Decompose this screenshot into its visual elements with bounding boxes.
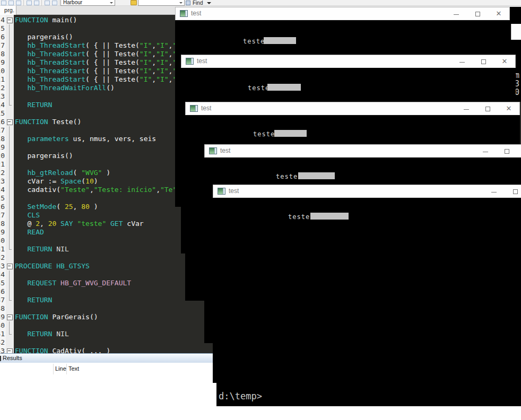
fold-marker [6, 245, 14, 253]
code-token: ) [90, 203, 98, 211]
language-combobox[interactable]: Harbour [60, 0, 115, 6]
search-combobox[interactable] [138, 0, 185, 6]
close-button[interactable]: ✕ [501, 102, 517, 115]
fold-marker [6, 41, 14, 50]
line-number: 34 [0, 270, 6, 279]
maximize-button[interactable] [480, 102, 496, 115]
toolbar-icon[interactable] [45, 1, 50, 5]
code-token: ( { || Teste( [85, 58, 140, 66]
code-token: READ [15, 228, 44, 236]
line-number: 4 [0, 16, 6, 24]
fold-marker[interactable] [6, 16, 14, 24]
code-token: HB_GT_WVG_DEFAULT [60, 279, 131, 287]
find-icon [186, 1, 190, 5]
code-token: FUNCTION [15, 347, 48, 353]
fold-marker [6, 67, 14, 75]
minimize-button[interactable] [477, 145, 493, 158]
code-token: @ [15, 220, 36, 228]
tab-active-prg[interactable]: .prg [0, 6, 16, 15]
code-token: "I" [156, 67, 168, 75]
code-token: "WVG" [81, 169, 102, 177]
fold-marker[interactable] [6, 347, 14, 353]
fold-marker [6, 24, 14, 33]
app-icon [218, 188, 225, 195]
fold-marker [6, 270, 14, 279]
close-button[interactable]: ✕ [497, 55, 513, 68]
code-token: REQUEST [15, 279, 60, 287]
fold-marker [6, 287, 14, 296]
console-get-field[interactable] [274, 130, 307, 137]
line-number: 17 [0, 126, 6, 135]
console-window[interactable]: test✕teste [213, 185, 521, 383]
fold-marker [6, 228, 14, 237]
line-number: 18 [0, 135, 6, 143]
fold-marker [6, 109, 14, 118]
minimize-button[interactable] [458, 102, 474, 115]
maximize-button[interactable] [470, 7, 485, 20]
maximize-button[interactable] [499, 145, 515, 158]
toolbar-icon[interactable] [52, 1, 57, 5]
line-number: 13 [0, 92, 6, 101]
console-get-field[interactable] [310, 213, 349, 220]
fold-marker[interactable] [6, 118, 14, 126]
code-token: ( { || Teste( [85, 67, 140, 75]
code-token: cVar := [15, 177, 60, 185]
console-get-field[interactable] [264, 37, 296, 44]
minimize-button[interactable] [448, 7, 464, 20]
window-title: test [201, 104, 211, 112]
fold-margin [6, 15, 14, 353]
fold-marker[interactable] [6, 313, 14, 321]
maximize-button[interactable] [475, 55, 491, 68]
line-number: 39 [0, 313, 6, 321]
console-titlebar[interactable]: test✕ [204, 144, 521, 158]
code-token: () [106, 84, 115, 92]
code-token: "Teste: início" [94, 186, 156, 194]
fold-marker [6, 237, 14, 245]
toolbar-icon[interactable] [1, 1, 6, 5]
code-token: 25 [65, 203, 73, 211]
line-number: 20 [0, 152, 6, 160]
folder-icon[interactable] [131, 0, 137, 5]
console-titlebar[interactable]: test✕ [181, 55, 516, 68]
code-token: "I" [156, 41, 168, 49]
console-titlebar[interactable]: test✕ [213, 185, 521, 198]
line-number: 28 [0, 220, 6, 228]
console-titlebar[interactable]: test✕ [175, 7, 510, 20]
code-token: ParGerais() [48, 313, 98, 321]
caret-down-icon [207, 2, 211, 4]
line-number: 42 [0, 338, 6, 347]
code-token: pargerais() [15, 152, 73, 160]
close-button[interactable]: ✕ [491, 7, 507, 20]
line-number: 16 [0, 118, 6, 126]
line-number: 24 [0, 186, 6, 194]
console-get-field[interactable] [267, 84, 301, 91]
code-token: ( { || Teste( [85, 50, 140, 58]
line-number: 41 [0, 330, 6, 338]
toolbar-icon[interactable] [16, 1, 21, 5]
undo-icon[interactable] [27, 1, 32, 5]
code-token: 10 [85, 177, 94, 185]
fold-marker[interactable] [6, 262, 14, 270]
redo-icon[interactable] [34, 1, 39, 5]
line-number: 11 [0, 75, 6, 84]
code-token: RETURN [15, 101, 52, 109]
maximize-button[interactable] [507, 185, 521, 198]
console-get-field[interactable] [298, 172, 335, 179]
line-number: 25 [0, 194, 6, 203]
code-token: PROCEDURE HB_GTSYS [15, 262, 90, 270]
minimize-button[interactable] [454, 55, 470, 68]
window-title: test [220, 147, 230, 154]
code-token: 2 [36, 220, 40, 228]
line-number: 22 [0, 169, 6, 177]
code-token: RETURN [15, 296, 52, 304]
code-token: parameters [15, 135, 69, 143]
cmd-console[interactable]: d:\temp> [216, 379, 521, 406]
console-titlebar[interactable]: test✕ [185, 102, 520, 115]
fold-marker [6, 160, 14, 169]
fold-marker [6, 84, 14, 92]
code-token: main() [48, 16, 77, 24]
console-say-text: teste [248, 84, 270, 92]
toolbar-icon[interactable] [8, 1, 14, 5]
fold-marker [6, 58, 14, 67]
minimize-button[interactable] [486, 185, 502, 198]
